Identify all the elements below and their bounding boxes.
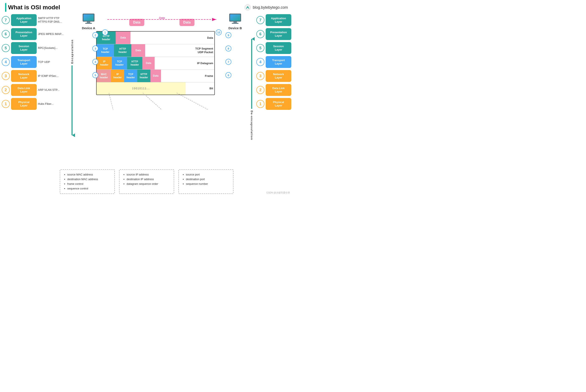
packet-row-3: IPheader TCPheader HTTPheader Data IP Da… <box>97 57 214 70</box>
right-layer-row-5: 5Session Layer <box>256 42 291 54</box>
svg-rect-14 <box>232 23 238 24</box>
brand: blog.bytebytego.com <box>244 4 288 11</box>
http-header-3: HTTPheader <box>127 57 142 70</box>
step-1-circle: 1 <box>102 30 108 35</box>
right-layer-label-3: Network Layer <box>266 70 291 82</box>
device-b: Device B <box>227 13 243 30</box>
packet-wrapper: 2 9 3 8 4 7 5 6 HTTPheader Data Data <box>96 31 227 95</box>
right-layer-row-7: 7Application Layer <box>256 14 291 27</box>
left-layer-label-7: Application Layer <box>11 14 37 26</box>
right-layer-num-7: 7 <box>256 16 264 24</box>
bottom-info: source MAC address destination MAC addre… <box>0 166 293 196</box>
left-layer-row-3: 3Network Layer <box>2 70 37 82</box>
right-layer-row-3: 3Network Layer <box>256 70 291 82</box>
left-layer-num-6: 6 <box>2 30 10 38</box>
right-layer-label-4: Transport Layer <box>266 56 291 68</box>
svg-rect-6 <box>87 22 90 23</box>
left-osi-panel: 7Application Layer6Presentation Layer5Se… <box>2 13 67 164</box>
left-layer-num-1: 1 <box>2 100 10 108</box>
right-layer-num-6: 6 <box>256 30 264 38</box>
left-proto-7: SMTP HTTP FTP HTTPS P2P DNS... <box>37 14 67 27</box>
step-9: 9 <box>225 32 231 38</box>
svg-text:Data: Data <box>159 16 165 20</box>
step-4: 4 <box>92 59 98 65</box>
right-layer-panel: 7Application Layer6Presentation Layer5Se… <box>256 13 291 164</box>
left-layer-row-2: 2Data Link Layer <box>2 84 37 96</box>
right-layer-row-1: 1Physical Layer <box>256 97 291 110</box>
left-layer-num-4: 4 <box>2 58 10 66</box>
left-layer-row-7: 7Application Layer <box>2 14 37 27</box>
page-title: What is OSI model <box>8 4 60 11</box>
left-layer-label-3: Network Layer <box>11 70 37 82</box>
step-7: 7 <box>225 59 231 65</box>
data-flow-arrow: Data <box>107 17 216 22</box>
right-layer-row-4: 4Transport Layer <box>256 56 291 68</box>
left-layer-row-6: 6Presentation Layer <box>2 28 37 41</box>
packet-row-5: 10010111... Bit <box>97 82 214 94</box>
left-layer-label-2: Data Link Layer <box>11 84 37 96</box>
packet-row-2: TCPheader HTTPheader Data TCP SegmentUDP… <box>97 44 214 57</box>
step-8: 8 <box>225 46 231 52</box>
info-box-mac: source MAC address destination MAC addre… <box>60 169 115 194</box>
svg-line-16 <box>143 93 162 110</box>
header: What is OSI model blog.bytebytego.com <box>0 0 293 13</box>
encapsulation-arrow <box>69 66 75 137</box>
svg-line-15 <box>109 93 113 110</box>
left-layer-num-7: 7 <box>2 16 10 24</box>
right-layer-num-5: 5 <box>256 44 264 52</box>
packet-diagram: HTTPheader Data Data TCPheader HTTPheade… <box>96 31 215 95</box>
info-item: frame control <box>67 182 111 186</box>
info-item: sequence number <box>186 182 230 186</box>
info-item: destination MAC address <box>67 177 111 182</box>
bit-row: 10010111... <box>97 82 186 94</box>
data-2: Data <box>131 44 145 57</box>
right-layer-label-7: Application Layer <box>266 14 291 26</box>
left-proto-6: JPEG MPEG IMAP... <box>37 28 67 41</box>
deencapsulation-arrow-svg <box>249 37 255 109</box>
info-box-ip: source IP address destination IP address… <box>119 169 174 194</box>
encapsulation-col: Encapsulation <box>67 13 77 164</box>
svg-rect-7 <box>85 23 92 24</box>
device-b-label: Device B <box>228 26 242 30</box>
svg-rect-5 <box>84 14 94 21</box>
step-3: 3 <box>92 46 98 52</box>
dashed-lines-svg <box>96 93 227 112</box>
right-layer-num-3: 3 <box>256 72 264 80</box>
info-item: source port <box>186 172 230 177</box>
http-header-4: HTTPheader <box>137 70 150 82</box>
ip-header-3: IPheader <box>97 57 112 70</box>
info-box-tcp: source port destination port sequence nu… <box>178 169 233 194</box>
left-layer-label-4: Transport Layer <box>11 56 37 68</box>
svg-line-17 <box>177 93 208 110</box>
title-bar: What is OSI model <box>5 3 60 12</box>
left-layer-num-2: 2 <box>2 86 10 94</box>
encapsulation-label: Encapsulation <box>71 39 74 64</box>
row3-label: IP Datagram <box>197 62 213 65</box>
deencapsulation-col: De-encapsulation <box>247 13 256 164</box>
svg-point-1 <box>247 6 248 8</box>
left-proto-1: Hubs Fiber... <box>37 97 67 110</box>
right-layer-num-1: 1 <box>256 100 264 108</box>
right-layer-num-2: 2 <box>256 86 264 94</box>
left-layer-label-1: Physical Layer <box>11 98 37 110</box>
data-flow-svg: Data <box>107 17 216 22</box>
tcp-header-3: TCPheader <box>112 57 127 70</box>
svg-rect-13 <box>233 22 237 23</box>
ip-header-4: IPheader <box>111 70 124 82</box>
http-header-2: HTTPheader <box>114 44 131 57</box>
step-2: 2 <box>92 32 98 38</box>
right-layer-row-6: 6Presentation Layer <box>256 28 291 41</box>
left-layer-label-5: Session Layer <box>11 42 37 54</box>
info-item: destination port <box>186 177 230 182</box>
data-3: Data <box>142 57 155 70</box>
left-proto-panel: SMTP HTTP FTP HTTPS P2P DNS...JPEG MPEG … <box>37 13 67 164</box>
info-item: source IP address <box>127 172 170 177</box>
center-col: Device A Data Data <box>77 13 247 164</box>
packet-row-1: HTTPheader Data Data <box>97 32 214 44</box>
row2-label: TCP SegmentUDP Packet <box>195 47 213 54</box>
step-5: 5 <box>92 72 98 78</box>
watermark: CSDN @大硕哥爱分享 <box>266 191 290 194</box>
left-layer-num-3: 3 <box>2 72 10 80</box>
packet-row-4: MACheader IPheader TCPheader HTTPheader … <box>97 70 214 82</box>
right-layer-label-1: Physical Layer <box>266 98 291 110</box>
